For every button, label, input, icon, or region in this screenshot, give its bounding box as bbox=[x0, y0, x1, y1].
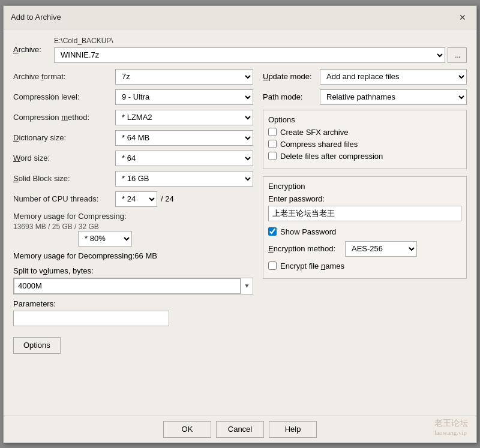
memory-decompress-value: 66 MB bbox=[134, 251, 157, 260]
dialog-body: Archive: E:\Cold_BACKUP\ WINNIE.7z ... A… bbox=[4, 29, 476, 416]
options-box-title: Options bbox=[268, 115, 461, 124]
archive-format-label: Archive format: bbox=[13, 72, 115, 81]
word-size-control: * 64 32 16 bbox=[115, 151, 253, 166]
compression-method-label: Compression method: bbox=[13, 113, 115, 122]
cpu-threads-label: Number of CPU threads: bbox=[13, 194, 115, 203]
encrypt-names-checkbox[interactable] bbox=[268, 261, 277, 270]
password-input[interactable] bbox=[268, 206, 461, 221]
compression-method-select[interactable]: * LZMA2 LZMA PPMd bbox=[115, 110, 253, 125]
memory-compress-label: Memory usage for Compressing: bbox=[13, 212, 253, 221]
delete-files-row: Delete files after compression bbox=[268, 152, 461, 161]
ok-button[interactable]: OK bbox=[163, 421, 211, 438]
archive-filename-select[interactable]: WINNIE.7z bbox=[54, 47, 445, 63]
encryption-method-label: Encryption method: bbox=[268, 244, 340, 253]
close-button[interactable]: ✕ bbox=[456, 11, 469, 24]
title-bar: Add to Archive ✕ bbox=[4, 6, 476, 29]
dictionary-size-control: * 64 MB 32 MB 16 MB bbox=[115, 130, 253, 146]
compression-level-select[interactable]: Store Fastest Fast Normal Maximum 9 - Ul… bbox=[115, 89, 253, 105]
encryption-method-row: Encryption method: AES-256 bbox=[268, 241, 461, 257]
split-input-wrapper: ▼ bbox=[13, 278, 253, 294]
archive-format-control: 7z zip tar gzip bzip2 xz bbox=[115, 69, 253, 85]
compression-level-control: Store Fastest Fast Normal Maximum 9 - Ul… bbox=[115, 89, 253, 105]
solid-block-label: Solid Block size: bbox=[13, 174, 115, 183]
show-password-checkbox[interactable] bbox=[268, 227, 277, 236]
solid-block-select[interactable]: * 16 GB 8 GB 4 GB bbox=[115, 171, 253, 187]
archive-label: Archive: bbox=[13, 45, 49, 54]
compression-method-control: * LZMA2 LZMA PPMd bbox=[115, 110, 253, 125]
delete-files-label: Delete files after compression bbox=[280, 152, 383, 161]
left-panel: Archive format: 7z zip tar gzip bzip2 xz bbox=[13, 69, 253, 354]
split-label: Split to volumes, bytes: bbox=[13, 266, 253, 275]
cpu-threads-max: / 24 bbox=[161, 194, 174, 203]
dictionary-size-label: Dictionary size: bbox=[13, 133, 115, 142]
browse-button[interactable]: ... bbox=[448, 47, 467, 63]
cpu-threads-select[interactable]: * 24 1 2 4 8 12 16 bbox=[115, 191, 157, 207]
compress-shared-checkbox[interactable] bbox=[268, 140, 277, 148]
create-sfx-row: Create SFX archive bbox=[268, 128, 461, 137]
archive-format-row: Archive format: 7z zip tar gzip bzip2 xz bbox=[13, 69, 253, 85]
path-mode-select[interactable]: Relative pathnames Absolute pathnames No… bbox=[320, 89, 467, 105]
right-panel: Update mode: Add and replace files Updat… bbox=[263, 69, 467, 354]
encryption-title: Encryption bbox=[268, 182, 461, 191]
cpu-threads-control: * 24 1 2 4 8 12 16 / 24 bbox=[115, 191, 174, 207]
path-mode-row: Path mode: Relative pathnames Absolute p… bbox=[263, 89, 467, 105]
encryption-method-select[interactable]: AES-256 bbox=[345, 241, 417, 257]
options-button[interactable]: Options bbox=[13, 337, 61, 354]
delete-files-checkbox[interactable] bbox=[268, 152, 277, 160]
split-dropdown-arrow[interactable]: ▼ bbox=[241, 278, 253, 294]
memory-decompress-row: Memory usage for Decompressing: 66 MB bbox=[13, 251, 253, 260]
cancel-button[interactable]: Cancel bbox=[216, 421, 264, 438]
cpu-threads-row: Number of CPU threads: * 24 1 2 4 8 12 1… bbox=[13, 191, 253, 207]
dialog-title: Add to Archive bbox=[11, 13, 61, 22]
archive-combo-row: WINNIE.7z ... bbox=[54, 47, 467, 63]
params-label: Parameters: bbox=[13, 299, 253, 308]
help-button[interactable]: Help bbox=[269, 421, 317, 438]
encrypt-names-row: Encrypt file names bbox=[268, 261, 461, 270]
dictionary-size-select[interactable]: * 64 MB 32 MB 16 MB bbox=[115, 130, 253, 146]
solid-block-control: * 16 GB 8 GB 4 GB bbox=[115, 171, 253, 187]
update-mode-control: Add and replace files Update and add fil… bbox=[320, 69, 467, 85]
compress-shared-row: Compress shared files bbox=[268, 140, 461, 149]
update-mode-label: Update mode: bbox=[263, 72, 320, 81]
path-mode-control: Relative pathnames Absolute pathnames No… bbox=[320, 89, 467, 105]
word-size-label: Word size: bbox=[13, 154, 115, 163]
memory-compress-row: Memory usage for Compressing: 13693 MB /… bbox=[13, 212, 253, 246]
compression-level-label: Compression level: bbox=[13, 92, 115, 101]
add-to-archive-dialog: Add to Archive ✕ Archive: E:\Cold_BACKUP… bbox=[3, 5, 477, 443]
create-sfx-checkbox[interactable] bbox=[268, 128, 277, 136]
params-input[interactable] bbox=[13, 311, 169, 326]
split-section: Split to volumes, bytes: ▼ bbox=[13, 266, 253, 294]
archive-path: E:\Cold_BACKUP\ bbox=[54, 37, 467, 45]
compression-level-row: Compression level: Store Fastest Fast No… bbox=[13, 89, 253, 105]
memory-compress-select[interactable]: * 80% 60% 40% 20% bbox=[78, 231, 132, 246]
memory-decompress-label: Memory usage for Decompressing: bbox=[13, 251, 134, 260]
create-sfx-label: Create SFX archive bbox=[280, 128, 348, 137]
word-size-row: Word size: * 64 32 16 bbox=[13, 151, 253, 166]
split-input[interactable] bbox=[14, 278, 241, 294]
solid-block-row: Solid Block size: * 16 GB 8 GB 4 GB bbox=[13, 171, 253, 187]
encrypt-names-label: Encrypt file names bbox=[280, 261, 344, 270]
archive-format-select[interactable]: 7z zip tar gzip bzip2 xz bbox=[115, 69, 253, 85]
path-mode-label: Path mode: bbox=[263, 92, 320, 101]
dialog-footer: OK Cancel Help bbox=[4, 416, 476, 443]
memory-compress-control: * 80% 60% 40% 20% bbox=[13, 231, 253, 246]
archive-inputs: E:\Cold_BACKUP\ WINNIE.7z ... bbox=[54, 37, 467, 63]
memory-compress-sub: 13693 MB / 25 GB / 32 GB bbox=[13, 223, 99, 231]
update-mode-select[interactable]: Add and replace files Update and add fil… bbox=[320, 69, 467, 85]
word-size-select[interactable]: * 64 32 16 bbox=[115, 151, 253, 166]
show-password-label: Show Password bbox=[280, 227, 336, 236]
update-mode-row: Update mode: Add and replace files Updat… bbox=[263, 69, 467, 85]
show-password-row: Show Password bbox=[268, 227, 461, 236]
dictionary-size-row: Dictionary size: * 64 MB 32 MB 16 MB bbox=[13, 130, 253, 146]
main-content: Archive format: 7z zip tar gzip bzip2 xz bbox=[13, 69, 467, 354]
compression-method-row: Compression method: * LZMA2 LZMA PPMd bbox=[13, 110, 253, 125]
archive-row: Archive: E:\Cold_BACKUP\ WINNIE.7z ... bbox=[13, 37, 467, 63]
options-box: Options Create SFX archive Compress shar… bbox=[263, 110, 467, 169]
compress-shared-label: Compress shared files bbox=[280, 140, 358, 149]
encryption-box: Encryption Enter password: Show Password… bbox=[263, 176, 467, 279]
enter-password-label: Enter password: bbox=[268, 194, 461, 203]
params-section: Parameters: bbox=[13, 299, 253, 326]
